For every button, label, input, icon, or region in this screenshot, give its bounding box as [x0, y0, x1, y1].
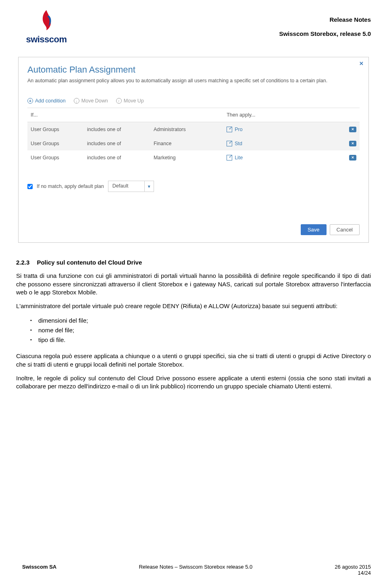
plus-icon: [27, 98, 33, 104]
col-then: Then apply...: [223, 108, 323, 122]
dialog-buttons: Save Cancel: [27, 224, 360, 235]
close-icon[interactable]: ✕: [359, 60, 364, 67]
cell-value: Finance: [150, 136, 223, 150]
save-button[interactable]: Save: [301, 224, 327, 235]
default-plan-select[interactable]: Default ▼: [108, 181, 154, 192]
logo: swisscom: [16, 8, 77, 45]
cell-value: Administrators: [150, 122, 223, 137]
delete-row-button[interactable]: [349, 155, 356, 161]
cancel-button[interactable]: Cancel: [330, 224, 360, 235]
rules-table: If... Then apply... User Groups includes…: [27, 108, 360, 165]
cell-op: includes one of: [84, 122, 150, 137]
cell-op: includes one of: [84, 136, 150, 150]
page-footer: Swisscom SA Release Notes – Swisscom Sto…: [22, 564, 371, 576]
plan-icon: [227, 155, 232, 161]
paragraph: Ciascuna regola può essere applicata a c…: [16, 352, 371, 369]
swisscom-logo-icon: [34, 8, 58, 32]
header-right: Release Notes Swisscom Storebox, release…: [279, 8, 371, 37]
section-heading: 2.2.3 Policy sul contenuto del Cloud Dri…: [16, 259, 371, 266]
bullet-list: dimensioni del file; nome del file; tipo…: [16, 316, 371, 345]
add-condition-label: Add condition: [35, 98, 66, 104]
move-up-button[interactable]: Move Up: [116, 98, 144, 104]
delete-row-button[interactable]: [349, 141, 356, 146]
dialog-toolbar: Add condition Move Down Move Up: [27, 98, 360, 104]
section-title: Policy sul contenuto del Cloud Drive: [37, 259, 142, 266]
table-row[interactable]: User Groups includes one of Marketing Li…: [27, 150, 360, 165]
footer-right: 26 agosto 2015 14/24: [335, 564, 371, 576]
default-plan-value: Default: [108, 181, 145, 192]
document-body: 2.2.3 Policy sul contenuto del Cloud Dri…: [16, 259, 371, 390]
default-plan-label: If no match, apply default plan: [37, 183, 104, 189]
cell-op: includes one of: [84, 150, 150, 165]
default-plan-checkbox[interactable]: [27, 184, 33, 189]
paragraph: L'amministratore del portale virtuale pu…: [16, 302, 371, 310]
table-row[interactable]: User Groups includes one of Administrato…: [27, 122, 360, 137]
footer-left: Swisscom SA: [22, 564, 56, 576]
plan-cell[interactable]: Lite: [227, 155, 320, 161]
list-item: nome del file;: [16, 325, 371, 335]
logo-text: swisscom: [26, 34, 67, 45]
page-header: swisscom Release Notes Swisscom Storebox…: [16, 8, 371, 45]
footer-date: 26 agosto 2015: [335, 564, 371, 570]
col-if: If...: [27, 108, 84, 122]
paragraph: Si tratta di una funzione con cui gli am…: [16, 272, 371, 296]
plan-label: Lite: [235, 155, 243, 161]
dialog-title: Automatic Plan Assignment: [27, 65, 360, 75]
dialog-description: An automatic plan assignment policy allo…: [27, 77, 360, 84]
delete-row-button[interactable]: [349, 127, 356, 132]
section-number: 2.2.3: [16, 259, 29, 266]
footer-center: Release Notes – Swisscom Storebox releas…: [56, 564, 335, 576]
move-down-label: Move Down: [81, 98, 108, 104]
plan-icon: [227, 127, 232, 132]
arrow-down-icon: [74, 98, 79, 104]
move-up-label: Move Up: [124, 98, 144, 104]
table-row[interactable]: User Groups includes one of Finance Std: [27, 136, 360, 150]
paragraph: Inoltre, le regole di policy sul contenu…: [16, 374, 371, 391]
list-item: tipo di file.: [16, 335, 371, 345]
list-item: dimensioni del file;: [16, 316, 371, 325]
footer-page: 14/24: [335, 570, 371, 576]
plan-label: Std: [235, 141, 242, 146]
cell-value: Marketing: [150, 150, 223, 165]
arrow-up-icon: [116, 98, 122, 104]
plan-cell[interactable]: Pro: [227, 127, 320, 132]
plan-label: Pro: [235, 127, 242, 132]
release-notes-label: Release Notes: [279, 16, 371, 23]
plan-icon: [227, 141, 232, 146]
cell-field: User Groups: [27, 122, 84, 137]
header-subtitle: Swisscom Storebox, release 5.0: [279, 30, 371, 37]
chevron-down-icon: ▼: [145, 181, 154, 192]
add-condition-button[interactable]: Add condition: [27, 98, 66, 104]
automatic-plan-dialog: ✕ Automatic Plan Assignment An automatic…: [18, 57, 369, 243]
default-plan-row: If no match, apply default plan Default …: [27, 181, 360, 192]
cell-field: User Groups: [27, 136, 84, 150]
cell-field: User Groups: [27, 150, 84, 165]
plan-cell[interactable]: Std: [227, 141, 320, 146]
move-down-button[interactable]: Move Down: [74, 98, 108, 104]
